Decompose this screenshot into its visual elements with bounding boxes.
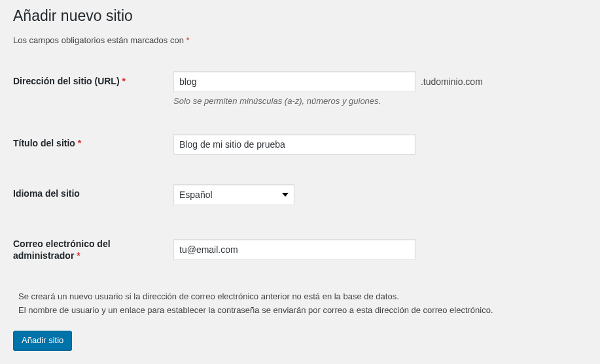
info-line-1: Se creará un nuevo usuario si la direcci… bbox=[18, 290, 587, 304]
required-asterisk: * bbox=[78, 138, 81, 148]
site-url-label: Dirección del sitio (URL) * bbox=[13, 63, 173, 124]
page-title: Añadir nuevo sitio bbox=[13, 7, 587, 26]
site-title-input[interactable] bbox=[173, 134, 415, 155]
site-language-label: Idioma del sitio bbox=[13, 174, 173, 225]
add-site-button[interactable]: Añadir sitio bbox=[13, 331, 72, 350]
info-text: Se creará un nuevo usuario si la direcci… bbox=[18, 290, 587, 318]
site-url-suffix: .tudominio.com bbox=[421, 76, 483, 87]
site-title-label: Título del sitio * bbox=[13, 124, 173, 174]
site-language-select[interactable]: Español bbox=[173, 184, 294, 205]
required-asterisk: * bbox=[122, 76, 125, 86]
admin-email-label: Correo electrónico del administrador * bbox=[13, 225, 173, 274]
info-line-2: El nombre de usuario y un enlace para es… bbox=[18, 304, 587, 318]
admin-email-input[interactable] bbox=[173, 239, 415, 260]
site-url-input[interactable] bbox=[173, 71, 415, 92]
site-url-description: Solo se permiten minúsculas (a-z), númer… bbox=[173, 96, 580, 106]
required-asterisk: * bbox=[77, 250, 80, 261]
required-fields-note: Los campos obligatorios están marcados c… bbox=[13, 35, 587, 45]
required-asterisk: * bbox=[186, 35, 189, 45]
